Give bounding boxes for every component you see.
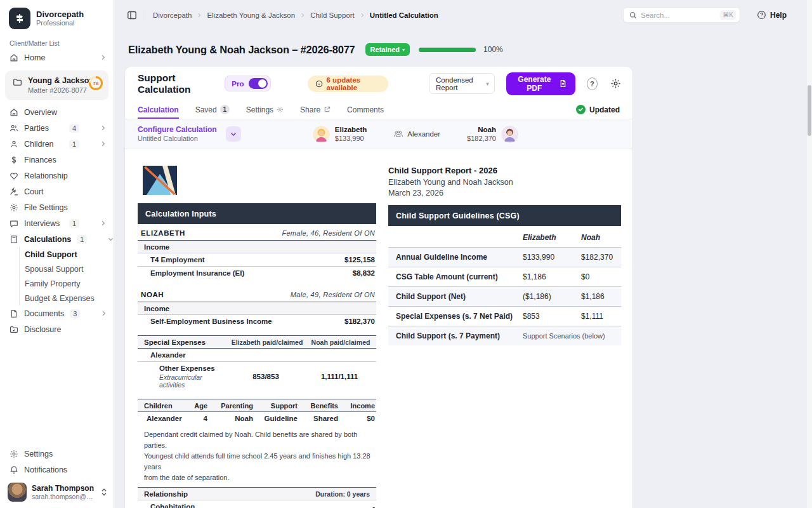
sidebar-toggle-icon[interactable] <box>127 10 137 20</box>
sidebar-item-home[interactable]: Home <box>0 50 114 65</box>
tab-calculation[interactable]: Calculation <box>138 100 179 119</box>
table-row: Employment Insurance (EI) $8,832 <box>138 266 376 279</box>
scrollbar[interactable] <box>807 0 812 508</box>
support-calculation-card: Support Calculation Pro 6 updates availa… <box>125 67 632 508</box>
sidebar-item-children[interactable]: Children 1 <box>0 136 114 152</box>
dollar-icon <box>10 156 18 164</box>
chevron-down-icon: ▾ <box>402 47 405 53</box>
tab-settings[interactable]: Settings <box>246 100 284 119</box>
column-header: Noah <box>581 233 621 242</box>
divider <box>145 10 145 20</box>
file-icon <box>10 309 18 318</box>
status-badge[interactable]: Retained▾ <box>365 43 410 56</box>
sidebar-item-notifications[interactable]: Notifications <box>0 462 114 478</box>
tab-bar: Calculation Saved1 Settings Share Commen… <box>125 100 632 119</box>
generate-pdf-button[interactable]: Generate PDF <box>506 72 575 95</box>
sidebar-subitem-family-property[interactable]: Family Property <box>20 276 114 291</box>
configure-link[interactable]: Configure Calculation <box>138 125 217 134</box>
tab-saved[interactable]: Saved1 <box>195 100 230 119</box>
toggle-switch[interactable] <box>249 78 268 89</box>
chevron-right-icon <box>197 13 202 18</box>
pdf-doc-icon <box>559 79 567 88</box>
sidebar-item-finances[interactable]: Finances <box>0 152 114 168</box>
count-badge: 1 <box>69 219 79 228</box>
calculation-inputs-column: Calculation Inputs ELIZABETH Female, 46,… <box>138 166 376 508</box>
sidebar-subitem-spousal-support[interactable]: Spousal Support <box>20 262 114 276</box>
sidebar-item-documents[interactable]: Documents 3 <box>0 305 114 321</box>
special-expenses-header: Special Expenses Elizabeth paid/claimed … <box>138 335 376 349</box>
sidebar-item-overview[interactable]: Overview <box>0 104 114 120</box>
sidebar-item-relationship[interactable]: Relationship <box>0 168 114 184</box>
configure-expand-button[interactable] <box>226 126 241 142</box>
party-income: $182,370 <box>467 134 496 143</box>
sidebar-item-interviews[interactable]: Interviews 1 <box>0 215 114 231</box>
sidebar-item-label: Documents <box>24 309 64 318</box>
sidebar-item-file-settings[interactable]: File Settings <box>0 199 114 215</box>
scrollbar-thumb[interactable] <box>808 85 811 136</box>
sidebar-item-parties[interactable]: Parties 4 <box>0 120 114 136</box>
table-row: Other Expenses Extracurricular activitie… <box>138 361 376 391</box>
column-header: Elizabeth paid/claimed <box>229 338 305 346</box>
bell-icon <box>10 465 18 474</box>
card-header: Support Calculation Pro 6 updates availa… <box>125 67 632 100</box>
chevron-down-icon <box>108 236 114 242</box>
matter-name: Young & Jackson <box>28 76 94 86</box>
brand: Divorcepath Professional <box>0 0 114 29</box>
search-box[interactable]: ⌘K <box>623 7 740 23</box>
breadcrumb-item[interactable]: Elizabeth Young & Jackson <box>207 11 295 19</box>
section-income: Income <box>138 240 376 253</box>
avatar <box>501 126 518 143</box>
report-type-select[interactable]: Condensed Report ▾ <box>429 73 495 94</box>
home-icon <box>10 108 18 117</box>
user-menu[interactable]: Sarah Thompson sarah.thompson@maplele... <box>0 478 114 502</box>
children-notes: Dependant credit claimed by Noah. Child … <box>138 425 376 487</box>
card-title: Support Calculation <box>138 72 216 95</box>
tab-share[interactable]: Share <box>300 100 331 119</box>
sidebar-subitem-child-support[interactable]: Child Support <box>20 247 114 262</box>
configure-calculation[interactable]: Configure Calculation Untitled Calculati… <box>138 125 217 143</box>
users-icon <box>10 124 18 133</box>
table-row: Annual Guideline Income $133,990 $182,37… <box>388 247 621 267</box>
breadcrumb-item[interactable]: Divorcepath <box>153 11 192 19</box>
sidebar-item-label: Interviews <box>24 219 60 228</box>
breadcrumb-item[interactable]: Child Support <box>310 11 355 19</box>
avatar <box>8 483 27 502</box>
search-input[interactable] <box>641 11 716 19</box>
party-elizabeth[interactable]: Elizabeth $133,990 <box>313 125 367 143</box>
pro-toggle[interactable]: Pro <box>225 76 270 91</box>
report-column: Child Support Report - 2026 Elizabeth Yo… <box>388 166 621 508</box>
generate-pdf-label: Generate PDF <box>514 75 554 93</box>
help-button[interactable]: Help <box>757 10 787 20</box>
sidebar-subitem-budget-expenses[interactable]: Budget & Expenses <box>20 291 114 305</box>
sidebar-item-settings[interactable]: Settings <box>0 446 114 462</box>
party-name: Alexander <box>407 130 440 138</box>
brand-tier: Professional <box>36 19 84 27</box>
search-shortcut: ⌘K <box>720 10 736 20</box>
party-child[interactable]: Alexander <box>393 130 440 138</box>
chevron-right-icon <box>300 13 305 18</box>
tab-comments[interactable]: Comments <box>347 100 384 119</box>
table-row: Child Support (Net) ($1,186) $1,186 <box>388 286 621 306</box>
parties-summary: Elizabeth $133,990 Alexander Noah $182,3… <box>313 125 620 143</box>
sidebar-item-disclosure[interactable]: Disclosure <box>0 321 114 337</box>
sidebar-item-court[interactable]: Court <box>0 184 114 199</box>
sidebar-item-calculations[interactable]: Calculations 1 <box>0 231 114 247</box>
settings-gear-button[interactable] <box>610 78 621 89</box>
sidebar-item-label: Children <box>24 140 54 149</box>
progress-percent: 100% <box>483 45 503 54</box>
party-noah[interactable]: Noah $182,370 <box>467 125 518 143</box>
report-date: March 23, 2026 <box>388 189 621 197</box>
saved-count-badge: 1 <box>220 105 230 114</box>
sidebar-footer: Settings Notifications Sarah Thompson sa… <box>0 446 114 508</box>
matter-card[interactable]: Young & Jackson Matter #2026-8077 76 <box>5 70 108 100</box>
sidebar-item-label: Home <box>24 53 45 62</box>
updates-pill[interactable]: 6 updates available <box>308 76 388 92</box>
chevron-right-icon <box>100 220 106 226</box>
matter-progress-ring: 76 <box>89 76 103 90</box>
person-header: NOAH Male, 49, Resident Of ON <box>138 286 376 302</box>
sidebar: Divorcepath Professional Client/Matter L… <box>0 0 114 508</box>
sidebar-item-label: Notifications <box>24 465 67 474</box>
home-icon <box>10 53 18 62</box>
breadcrumb-item-current: Untitled Calculation <box>370 11 438 19</box>
help-circle-button[interactable]: ? <box>587 77 598 90</box>
